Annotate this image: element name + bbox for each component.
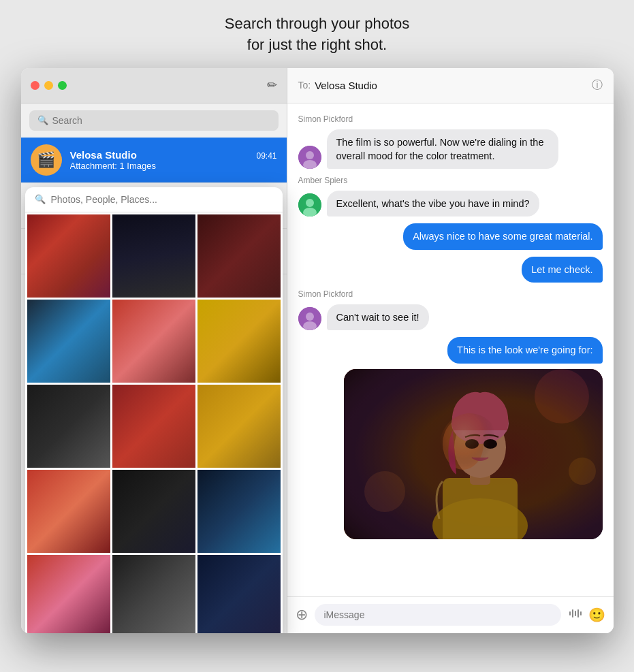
message-bubble: Can't wait to see it! [327,304,429,330]
chat-info-button[interactable]: ⓘ [592,78,603,93]
photo-cell[interactable] [112,470,195,553]
message-input[interactable] [315,604,561,626]
conv-preview: Attachment: 1 Images [70,161,277,171]
close-button[interactable] [31,81,39,90]
message-row: The film is so powerful. Now we're diali… [298,129,603,170]
chat-input-bar: ⊕ 🙂 [287,596,614,633]
svg-rect-23 [344,369,603,539]
svg-point-4 [306,199,314,207]
fullscreen-button[interactable] [58,81,67,90]
sidebar-titlebar: ✏ [21,68,287,103]
chat-contact-name: Velosa Studio [315,80,377,91]
search-icon: 🔍 [37,115,48,125]
photo-search-popup: 🔍 [25,187,283,633]
chat-header: To: Velosa Studio ⓘ [287,68,614,103]
photo-cell[interactable] [27,470,110,553]
traffic-lights [31,81,67,90]
outgoing-image-group: This is the look we're going for: [298,337,603,539]
search-bar: 🔍 [29,110,279,131]
photo-cell[interactable] [112,385,195,468]
photo-cell[interactable] [112,555,195,633]
message-row: Excellent, what's the vibe you have in m… [298,191,603,217]
photo-cell[interactable] [197,214,281,298]
minimize-button[interactable] [44,81,53,90]
conv-time: 09:41 [256,151,276,161]
photo-cell[interactable] [197,555,281,633]
avatar [298,193,321,217]
search-input[interactable] [52,115,270,126]
sender-label: Simon Pickford [298,114,603,124]
message-row: Can't wait to see it! [298,304,603,330]
photo-search-input[interactable] [51,194,273,205]
emoji-button[interactable]: 🙂 [588,607,605,623]
photo-cell[interactable] [112,300,195,383]
svg-rect-26 [575,611,576,616]
sidebar: ✏ 🔍 🎬 Velosa Studio 09:41 Attachment: 1 … [21,68,287,633]
audio-button[interactable] [568,607,582,624]
svg-rect-27 [577,609,579,618]
svg-rect-25 [572,609,573,618]
message-bubble-look: This is the look we're going for: [447,337,602,363]
tooltip-text: Search through your photos for just the … [225,14,410,56]
avatar [298,146,321,169]
chat-to-label: To: [298,80,311,91]
photo-cell[interactable] [27,300,110,383]
chat-messages: Simon Pickford The film is so powerful. … [287,103,614,596]
message-row-outgoing-1: Always nice to have some great material. [298,223,603,249]
shared-image [344,369,603,539]
photo-cell[interactable] [197,385,281,468]
message-group-simon-2: Simon Pickford Can't wait to see it! [298,289,603,330]
message-group-amber: Amber Spiers Excellent, what's the vibe … [298,176,603,217]
message-group-simon-1: Simon Pickford The film is so powerful. … [298,114,603,170]
message-row-outgoing-2: Let me check. [298,257,603,283]
svg-point-7 [306,313,314,321]
sender-label: Amber Spiers [298,176,603,185]
apps-button[interactable]: ⊕ [296,606,308,624]
avatar [298,307,321,330]
photo-grid [25,212,283,633]
compose-button[interactable]: ✏ [267,78,277,93]
photo-cell[interactable] [197,470,281,553]
conv-name: Velosa Studio [70,149,137,161]
photo-cell[interactable] [27,555,110,633]
chat-panel: To: Velosa Studio ⓘ Simon Pickford Th [287,68,614,633]
sender-label: Simon Pickford [298,289,603,299]
app-window: ✏ 🔍 🎬 Velosa Studio 09:41 Attachment: 1 … [21,68,614,633]
photo-search-input-bar: 🔍 [25,187,283,212]
message-bubble: Let me check. [522,257,602,283]
message-bubble: Always nice to have some great material. [403,223,602,249]
svg-point-1 [306,151,314,159]
photo-cell[interactable] [27,214,110,298]
message-bubble: The film is so powerful. Now we're diali… [327,129,558,170]
svg-rect-24 [569,611,571,615]
photo-cell[interactable] [112,214,195,298]
photo-cell[interactable] [27,385,110,468]
avatar: 🎬 [31,144,62,176]
photo-cell[interactable] [197,300,281,383]
photo-search-icon: 🔍 [35,194,46,204]
conversation-item-velosa[interactable]: 🎬 Velosa Studio 09:41 Attachment: 1 Imag… [21,138,287,183]
message-bubble: Excellent, what's the vibe you have in m… [327,191,539,217]
svg-rect-28 [580,611,582,615]
